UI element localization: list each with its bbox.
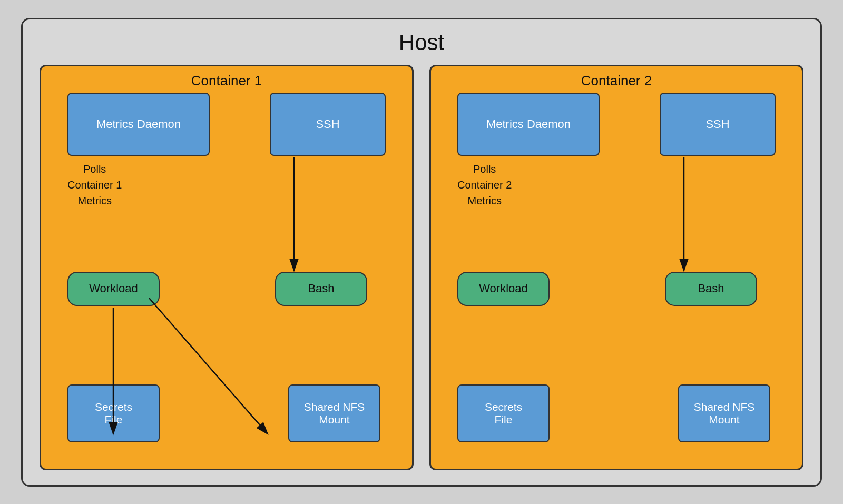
container-2-workload: Workload <box>457 272 550 306</box>
container-2-secrets: Secrets File <box>457 384 550 442</box>
container-1-secrets: Secrets File <box>67 384 160 442</box>
container-2-ssh: SSH <box>660 93 776 156</box>
container-2-label: Container 2 <box>581 73 652 89</box>
host-title: Host <box>38 30 805 55</box>
container-1: Container 1 Metrics Daemon SSH Polls Con… <box>40 65 414 470</box>
container-2-metrics-daemon: Metrics Daemon <box>457 93 600 156</box>
container-1-polls-text: Polls Container 1 Metrics <box>67 161 122 209</box>
container-1-workload: Workload <box>67 272 160 306</box>
container-1-ssh: SSH <box>270 93 386 156</box>
container-1-label: Container 1 <box>191 73 262 89</box>
container-2-polls-text: Polls Container 2 Metrics <box>457 161 512 209</box>
container-1-metrics-daemon: Metrics Daemon <box>67 93 210 156</box>
container-2: Container 2 Metrics Daemon SSH Polls Con… <box>429 65 803 470</box>
container-1-bash: Bash <box>275 272 367 306</box>
container-2-nfs: Shared NFS Mount <box>678 384 770 442</box>
container-1-inner: Metrics Daemon SSH Polls Container 1 Met… <box>57 93 396 453</box>
container-2-inner: Metrics Daemon SSH Polls Container 2 Met… <box>447 93 786 453</box>
container-2-bash: Bash <box>665 272 757 306</box>
host-box: Host Container 1 Metrics Daemon SSH Poll… <box>21 18 822 487</box>
svg-line-5 <box>149 298 268 434</box>
containers-row: Container 1 Metrics Daemon SSH Polls Con… <box>38 65 805 470</box>
container-1-nfs: Shared NFS Mount <box>288 384 380 442</box>
